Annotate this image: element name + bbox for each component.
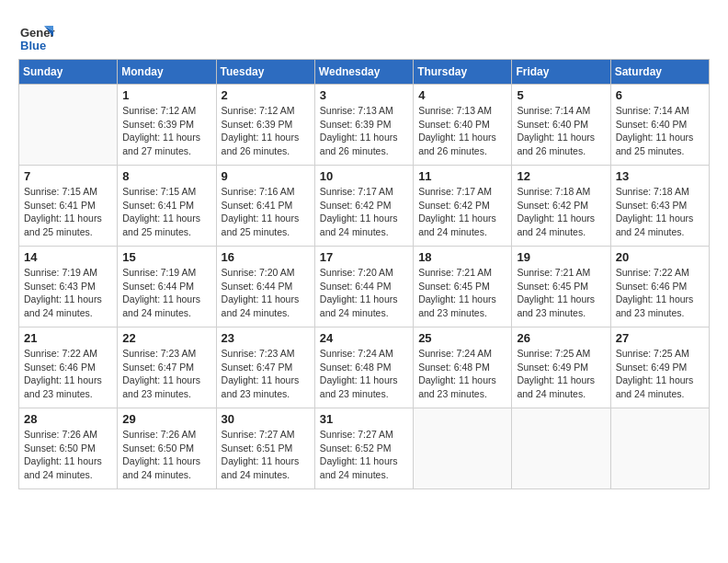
- calendar-cell: 25Sunrise: 7:24 AMSunset: 6:48 PMDayligh…: [414, 327, 512, 408]
- day-info: Sunrise: 7:20 AMSunset: 6:44 PMDaylight:…: [222, 266, 310, 320]
- calendar-cell: 27Sunrise: 7:25 AMSunset: 6:49 PMDayligh…: [610, 327, 709, 408]
- day-info: Sunrise: 7:24 AMSunset: 6:48 PMDaylight:…: [418, 347, 506, 401]
- day-info: Sunrise: 7:26 AMSunset: 6:50 PMDaylight:…: [122, 428, 210, 482]
- calendar-cell: [19, 85, 118, 166]
- calendar-cell: 23Sunrise: 7:23 AMSunset: 6:47 PMDayligh…: [216, 327, 314, 408]
- calendar-cell: [512, 408, 610, 489]
- day-info: Sunrise: 7:15 AMSunset: 6:41 PMDaylight:…: [122, 185, 210, 239]
- day-of-week-header: Saturday: [610, 60, 709, 85]
- day-info: Sunrise: 7:22 AMSunset: 6:46 PMDaylight:…: [24, 347, 112, 401]
- calendar-cell: [414, 408, 512, 489]
- calendar-cell: 13Sunrise: 7:18 AMSunset: 6:43 PMDayligh…: [610, 166, 709, 247]
- calendar-cell: [610, 408, 709, 489]
- day-number: 17: [320, 250, 408, 264]
- day-info: Sunrise: 7:23 AMSunset: 6:47 PMDaylight:…: [122, 347, 210, 401]
- calendar-cell: 9Sunrise: 7:16 AMSunset: 6:41 PMDaylight…: [216, 166, 314, 247]
- calendar-cell: 4Sunrise: 7:13 AMSunset: 6:40 PMDaylight…: [414, 85, 512, 166]
- day-number: 3: [320, 88, 408, 102]
- day-info: Sunrise: 7:17 AMSunset: 6:42 PMDaylight:…: [320, 185, 408, 239]
- calendar-cell: 10Sunrise: 7:17 AMSunset: 6:42 PMDayligh…: [314, 166, 413, 247]
- day-info: Sunrise: 7:16 AMSunset: 6:41 PMDaylight:…: [222, 185, 310, 239]
- day-number: 14: [24, 250, 112, 264]
- day-number: 18: [418, 250, 506, 264]
- logo-icon: General Blue: [18, 18, 55, 55]
- day-number: 12: [517, 169, 605, 183]
- day-info: Sunrise: 7:25 AMSunset: 6:49 PMDaylight:…: [616, 347, 704, 401]
- day-number: 1: [122, 88, 210, 102]
- day-number: 8: [122, 169, 210, 183]
- day-number: 13: [616, 169, 704, 183]
- day-number: 25: [418, 331, 506, 345]
- calendar-cell: 3Sunrise: 7:13 AMSunset: 6:39 PMDaylight…: [314, 85, 413, 166]
- day-info: Sunrise: 7:18 AMSunset: 6:42 PMDaylight:…: [517, 185, 605, 239]
- day-number: 2: [222, 88, 310, 102]
- day-number: 20: [616, 250, 704, 264]
- calendar-cell: 1Sunrise: 7:12 AMSunset: 6:39 PMDaylight…: [118, 85, 216, 166]
- day-number: 26: [517, 331, 605, 345]
- calendar-week-row: 7Sunrise: 7:15 AMSunset: 6:41 PMDaylight…: [19, 166, 710, 247]
- day-number: 16: [222, 250, 310, 264]
- day-number: 7: [24, 169, 112, 183]
- day-info: Sunrise: 7:14 AMSunset: 6:40 PMDaylight:…: [616, 104, 704, 158]
- day-of-week-header: Monday: [118, 60, 216, 85]
- day-of-week-header: Wednesday: [314, 60, 413, 85]
- calendar-cell: 5Sunrise: 7:14 AMSunset: 6:40 PMDaylight…: [512, 85, 610, 166]
- day-info: Sunrise: 7:21 AMSunset: 6:45 PMDaylight:…: [418, 266, 506, 320]
- calendar-cell: 16Sunrise: 7:20 AMSunset: 6:44 PMDayligh…: [216, 247, 314, 327]
- day-number: 31: [320, 412, 408, 426]
- calendar-cell: 29Sunrise: 7:26 AMSunset: 6:50 PMDayligh…: [118, 408, 216, 489]
- day-info: Sunrise: 7:13 AMSunset: 6:39 PMDaylight:…: [320, 104, 408, 158]
- day-info: Sunrise: 7:19 AMSunset: 6:44 PMDaylight:…: [122, 266, 210, 320]
- calendar-cell: 22Sunrise: 7:23 AMSunset: 6:47 PMDayligh…: [118, 327, 216, 408]
- day-info: Sunrise: 7:20 AMSunset: 6:44 PMDaylight:…: [320, 266, 408, 320]
- calendar-cell: 14Sunrise: 7:19 AMSunset: 6:43 PMDayligh…: [19, 247, 118, 327]
- day-of-week-header: Friday: [512, 60, 610, 85]
- day-info: Sunrise: 7:26 AMSunset: 6:50 PMDaylight:…: [24, 428, 112, 482]
- day-number: 29: [122, 412, 210, 426]
- day-info: Sunrise: 7:13 AMSunset: 6:40 PMDaylight:…: [418, 104, 506, 158]
- calendar-week-row: 21Sunrise: 7:22 AMSunset: 6:46 PMDayligh…: [19, 327, 710, 408]
- day-info: Sunrise: 7:27 AMSunset: 6:51 PMDaylight:…: [222, 428, 310, 482]
- page-header: General Blue: [18, 18, 710, 55]
- calendar-week-row: 1Sunrise: 7:12 AMSunset: 6:39 PMDaylight…: [19, 85, 710, 166]
- calendar-cell: 30Sunrise: 7:27 AMSunset: 6:51 PMDayligh…: [216, 408, 314, 489]
- calendar-cell: 24Sunrise: 7:24 AMSunset: 6:48 PMDayligh…: [314, 327, 413, 408]
- day-of-week-header: Thursday: [414, 60, 512, 85]
- day-number: 21: [24, 331, 112, 345]
- day-number: 11: [418, 169, 506, 183]
- day-number: 6: [616, 88, 704, 102]
- day-number: 19: [517, 250, 605, 264]
- day-number: 27: [616, 331, 704, 345]
- day-number: 30: [222, 412, 310, 426]
- calendar-cell: 19Sunrise: 7:21 AMSunset: 6:45 PMDayligh…: [512, 247, 610, 327]
- day-of-week-header: Tuesday: [216, 60, 314, 85]
- day-number: 15: [122, 250, 210, 264]
- day-info: Sunrise: 7:24 AMSunset: 6:48 PMDaylight:…: [320, 347, 408, 401]
- day-info: Sunrise: 7:18 AMSunset: 6:43 PMDaylight:…: [616, 185, 704, 239]
- day-info: Sunrise: 7:19 AMSunset: 6:43 PMDaylight:…: [24, 266, 112, 320]
- day-number: 5: [517, 88, 605, 102]
- day-info: Sunrise: 7:25 AMSunset: 6:49 PMDaylight:…: [517, 347, 605, 401]
- calendar-week-row: 28Sunrise: 7:26 AMSunset: 6:50 PMDayligh…: [19, 408, 710, 489]
- day-info: Sunrise: 7:23 AMSunset: 6:47 PMDaylight:…: [222, 347, 310, 401]
- calendar-cell: 31Sunrise: 7:27 AMSunset: 6:52 PMDayligh…: [314, 408, 413, 489]
- day-info: Sunrise: 7:15 AMSunset: 6:41 PMDaylight:…: [24, 185, 112, 239]
- calendar-cell: 28Sunrise: 7:26 AMSunset: 6:50 PMDayligh…: [19, 408, 118, 489]
- day-number: 23: [222, 331, 310, 345]
- day-info: Sunrise: 7:14 AMSunset: 6:40 PMDaylight:…: [517, 104, 605, 158]
- calendar-cell: 17Sunrise: 7:20 AMSunset: 6:44 PMDayligh…: [314, 247, 413, 327]
- day-number: 28: [24, 412, 112, 426]
- day-info: Sunrise: 7:21 AMSunset: 6:45 PMDaylight:…: [517, 266, 605, 320]
- day-info: Sunrise: 7:12 AMSunset: 6:39 PMDaylight:…: [222, 104, 310, 158]
- day-number: 24: [320, 331, 408, 345]
- day-number: 9: [222, 169, 310, 183]
- calendar-cell: 15Sunrise: 7:19 AMSunset: 6:44 PMDayligh…: [118, 247, 216, 327]
- day-info: Sunrise: 7:22 AMSunset: 6:46 PMDaylight:…: [616, 266, 704, 320]
- day-info: Sunrise: 7:12 AMSunset: 6:39 PMDaylight:…: [122, 104, 210, 158]
- calendar-table: SundayMondayTuesdayWednesdayThursdayFrid…: [18, 59, 710, 489]
- calendar-cell: 18Sunrise: 7:21 AMSunset: 6:45 PMDayligh…: [414, 247, 512, 327]
- day-number: 4: [418, 88, 506, 102]
- calendar-cell: 2Sunrise: 7:12 AMSunset: 6:39 PMDaylight…: [216, 85, 314, 166]
- day-info: Sunrise: 7:27 AMSunset: 6:52 PMDaylight:…: [320, 428, 408, 482]
- calendar-week-row: 14Sunrise: 7:19 AMSunset: 6:43 PMDayligh…: [19, 247, 710, 327]
